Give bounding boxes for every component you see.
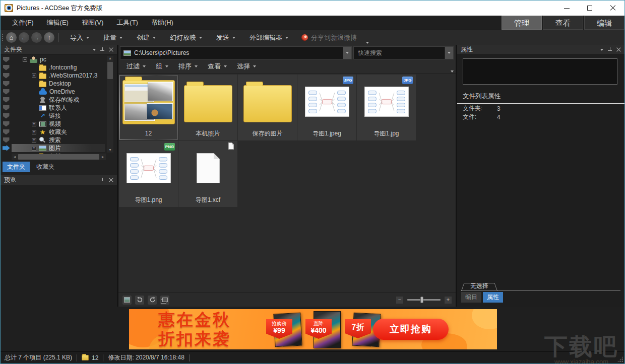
tree-item-pc[interactable]: −pc (12, 55, 105, 63)
video-icon (39, 121, 46, 127)
zoom-out-button[interactable]: − (396, 297, 403, 304)
slider-track[interactable] (407, 299, 441, 301)
file-tile[interactable]: PNG导图1.png (119, 141, 178, 207)
menu-item[interactable]: 视图(V) (75, 16, 110, 30)
menu-item[interactable]: 编辑(E) (40, 16, 75, 30)
status-separator (77, 354, 77, 361)
forward-button[interactable] (31, 32, 42, 43)
scrollbar-thumb[interactable] (18, 154, 99, 160)
tree-item-desktop[interactable]: Desktop (12, 80, 105, 88)
file-thumbnail: JPG (297, 75, 356, 128)
panel-menu-icon[interactable] (600, 49, 603, 51)
toolbar-button[interactable]: 创建 (130, 30, 163, 45)
rotate-right-button[interactable] (148, 296, 157, 305)
pin-icon[interactable] (100, 178, 104, 182)
menu-item[interactable]: 帮助(H) (145, 16, 180, 30)
tree-horizontal-scrollbar[interactable]: ◂ ▸ (12, 154, 106, 160)
scroll-right-icon[interactable]: ▸ (100, 155, 106, 159)
expand-icon[interactable]: + (32, 74, 36, 78)
mode-button[interactable]: 查看 (543, 16, 583, 30)
tree-item-favorites[interactable]: +★收藏夹 (12, 128, 105, 136)
toolbar-button[interactable]: 发送 (209, 30, 242, 45)
mode-button[interactable]: 编辑 (584, 16, 624, 30)
maximize-button[interactable] (578, 1, 601, 16)
close-panel-icon[interactable] (616, 47, 621, 52)
expand-icon[interactable]: + (32, 138, 36, 142)
menu-item[interactable]: 工具(T) (110, 16, 145, 30)
slider-handle[interactable] (420, 297, 423, 303)
contacts-icon (39, 105, 46, 111)
ad-banner[interactable]: 惠在金秋 折扣来袭 抢购价¥99直降¥4007折 立即抢购 (129, 309, 497, 349)
toolbar-button[interactable]: 导入 (63, 30, 96, 45)
pin-icon[interactable] (608, 47, 612, 52)
scroll-down-icon[interactable]: ▾ (107, 148, 113, 153)
filter-button[interactable]: 过滤 (121, 62, 151, 71)
filter-overflow-icon[interactable] (451, 70, 454, 73)
home-button[interactable] (6, 32, 17, 43)
address-bar[interactable]: C:\Users\pc\Pictures (120, 46, 352, 59)
back-button[interactable] (19, 32, 29, 43)
search-dropdown-button[interactable] (445, 47, 453, 59)
zoom-in-button[interactable]: + (445, 297, 452, 304)
expand-icon[interactable]: + (32, 122, 36, 126)
toolbar-button[interactable]: 外部编辑器 (242, 30, 295, 45)
mode-button[interactable]: 管理 (502, 16, 542, 30)
properties-tab[interactable]: 编目 (461, 292, 481, 303)
preview-panel-header: 预览 (1, 175, 117, 185)
scroll-up-icon[interactable]: ▴ (107, 56, 113, 61)
search-input[interactable] (354, 49, 445, 56)
filter-button[interactable]: 查看 (203, 62, 232, 71)
toolbar-grip[interactable] (2, 33, 4, 42)
expand-icon[interactable]: + (32, 130, 36, 134)
scroll-left-icon[interactable]: ◂ (12, 155, 18, 159)
tree-item-saved-games[interactable]: 保存的游戏 (12, 96, 105, 104)
collapse-icon[interactable]: − (23, 57, 27, 62)
buy-now-button[interactable]: 立即抢购 (373, 319, 449, 340)
file-tile[interactable]: JPG导图1.jpeg (297, 75, 356, 140)
minimize-button[interactable] (555, 1, 578, 16)
filter-button[interactable]: 组 (151, 62, 173, 71)
file-tile[interactable]: 12 (119, 75, 178, 140)
close-panel-icon[interactable] (109, 178, 113, 182)
ribbon-text: ¥99 (266, 327, 292, 334)
tree-item-onedrive[interactable]: OneDrive (12, 88, 105, 96)
folder-icon (39, 82, 46, 87)
file-tile[interactable]: 导图1.xcf (178, 141, 237, 207)
pin-icon[interactable] (100, 47, 104, 52)
banner-strip: 惠在金秋 折扣来袭 抢购价¥99直降¥4007折 立即抢购 (1, 307, 624, 351)
tree-item-videos[interactable]: +视频 (12, 120, 105, 128)
rotate-left-button[interactable] (135, 296, 144, 305)
menu-item[interactable]: 文件(F) (6, 16, 40, 30)
folder-tree: −pc.fontconfig+.WebStorm2017.3DesktopOne… (1, 55, 117, 154)
tree-item-links[interactable]: ↗链接 (12, 112, 105, 120)
address-dropdown-button[interactable] (343, 47, 351, 59)
toolbar-button[interactable]: 批量 (96, 30, 130, 45)
close-panel-icon[interactable] (109, 47, 113, 52)
folders-panel-tab[interactable]: 文件夹 (3, 162, 30, 172)
tree-vertical-scrollbar[interactable]: ▴ ▾ (107, 56, 113, 153)
tree-item-webstorm[interactable]: +.WebStorm2017.3 (12, 71, 105, 80)
tree-item-contacts[interactable]: 联系人 (12, 104, 105, 112)
filter-button[interactable]: 排序 (173, 62, 203, 71)
up-button[interactable] (44, 32, 54, 43)
thumbnail-view-button[interactable] (122, 296, 132, 305)
filter-button[interactable]: 选择 (232, 62, 261, 71)
tree-item-search[interactable]: +搜索 (12, 136, 105, 144)
folders-panel-tab[interactable]: 收藏夹 (32, 162, 59, 172)
file-tile[interactable]: 保存的图片 (238, 75, 297, 140)
panel-menu-icon[interactable] (93, 49, 96, 51)
expand-icon[interactable]: + (32, 146, 36, 151)
file-tile[interactable]: JPG导图1.jpg (357, 75, 416, 140)
property-label: 文件夹: (463, 104, 497, 113)
close-button[interactable] (601, 1, 624, 16)
property-value: 3 (497, 105, 501, 112)
toolbar-button[interactable]: 幻灯放映 (163, 30, 209, 45)
tree-item-fontconfig[interactable]: .fontconfig (12, 63, 105, 71)
scrollbar-thumb[interactable] (107, 62, 113, 79)
photo-preview (148, 82, 173, 101)
compare-button[interactable] (160, 296, 169, 305)
share-weibo-button[interactable]: 分享到新浪微博 (295, 33, 363, 42)
tree-item-pictures[interactable]: +图片 (12, 144, 105, 152)
properties-tab[interactable]: 属性 (483, 292, 503, 303)
file-tile[interactable]: 本机照片 (178, 75, 237, 140)
